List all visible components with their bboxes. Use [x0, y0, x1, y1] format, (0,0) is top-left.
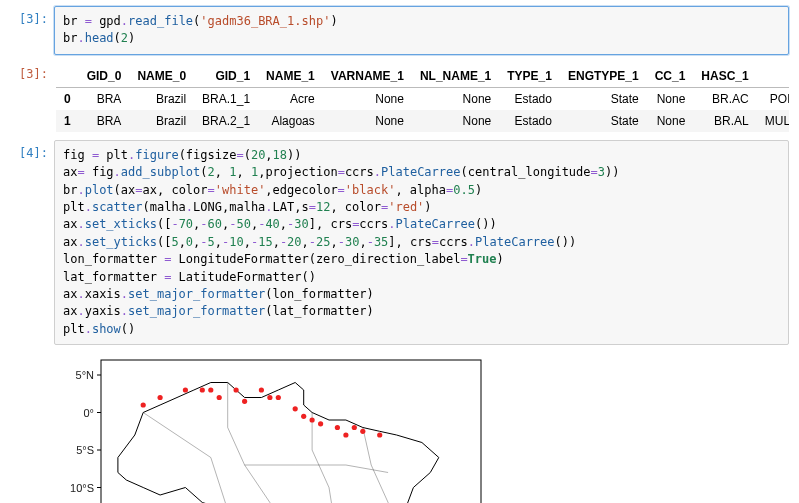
code-token: PlateCarree [381, 165, 460, 179]
table-cell: BRA [79, 87, 130, 110]
code-token: LatitudeFormatter() [171, 270, 316, 284]
code-token: 5 [171, 235, 178, 249]
table-cell: Alagoas [258, 110, 323, 132]
plot-output: 5°N0°5°S10°S15°S [54, 351, 789, 503]
code-input[interactable]: br = gpd.read_file('gadm36_BRA_1.shp') b… [54, 6, 789, 55]
code-token: . [468, 235, 475, 249]
brazil-outline [118, 383, 439, 503]
code-token: gpd [92, 14, 121, 28]
code-token: set_yticks [85, 235, 157, 249]
code-token: ax, color [143, 183, 208, 197]
code-token: 10 [229, 235, 243, 249]
code-token: , [215, 165, 229, 179]
scatter-point [352, 425, 357, 430]
code-token: head [85, 31, 114, 45]
code-token: = [77, 165, 84, 179]
code-token: . [77, 217, 84, 231]
code-token: 20 [251, 148, 265, 162]
table-header [56, 65, 79, 88]
table-cell: Estado [499, 87, 560, 110]
table-header: TYPE_1 [499, 65, 560, 88]
table-cell: 1 [56, 110, 79, 132]
code-token: ccrs [359, 217, 388, 231]
table-header: HASC_1 [693, 65, 756, 88]
code-token: 15 [258, 235, 272, 249]
code-token: () [121, 322, 135, 336]
code-token: , [236, 165, 250, 179]
code-token: (malha [143, 200, 186, 214]
code-token: ], crs [309, 217, 352, 231]
code-token: 25 [316, 235, 330, 249]
code-token: . [77, 235, 84, 249]
table-cell: None [412, 110, 499, 132]
code-token: 30 [294, 217, 308, 231]
code-token: ( [244, 148, 251, 162]
code-token: - [200, 235, 207, 249]
code-token: ax [63, 304, 77, 318]
code-token: LAT,s [273, 200, 309, 214]
code-token: ([ [157, 217, 171, 231]
scatter-point [234, 387, 239, 392]
scatter-point [301, 414, 306, 419]
code-token: ()) [475, 217, 497, 231]
table-header: VARNAME_1 [323, 65, 412, 88]
table-cell: BR.AL [693, 110, 756, 132]
scatter-point [208, 387, 213, 392]
output-prompt-blank [10, 351, 54, 357]
code-token: fig [63, 148, 92, 162]
code-token: (ax [114, 183, 136, 197]
scatter-point [377, 432, 382, 437]
code-token: - [200, 217, 207, 231]
table-cell: State [560, 110, 647, 132]
code-token: ) [424, 200, 431, 214]
code-token: . [77, 31, 84, 45]
code-token: ) [330, 14, 337, 28]
table-header: GID_0 [79, 65, 130, 88]
plot-output-cell: 5°N0°5°S10°S15°S [10, 351, 789, 503]
code-token: . [121, 14, 128, 28]
code-token: br [63, 31, 77, 45]
code-token: 'red' [388, 200, 424, 214]
table-cell: State [560, 87, 647, 110]
code-token: xaxis [85, 287, 121, 301]
code-token: = [432, 235, 439, 249]
code-token: , [359, 235, 366, 249]
code-token: = [208, 183, 215, 197]
code-token: (lat_formatter) [265, 304, 373, 318]
scatter-point [183, 387, 188, 392]
scatter-point [276, 395, 281, 400]
code-token: 2 [208, 165, 215, 179]
code-token: ( [200, 165, 207, 179]
scatter-point [335, 425, 340, 430]
scatter-point [267, 395, 272, 400]
code-token: lat_formatter [63, 270, 164, 284]
table-header: NAME_0 [129, 65, 194, 88]
scatter-point [217, 395, 222, 400]
table-header: geometry [757, 65, 789, 88]
table-cell: MULTIPOLYGON (((-35.88986 -9.84431, -35.… [757, 110, 789, 132]
code-token: 5 [208, 235, 215, 249]
code-token: PlateCarree [475, 235, 554, 249]
code-token: . [77, 304, 84, 318]
code-token: - [171, 217, 178, 231]
code-token: 'gadm36_BRA_1.shp' [200, 14, 330, 28]
table-cell: BR.AC [693, 87, 756, 110]
code-token: read_file [128, 14, 193, 28]
dataframe-output: GID_0NAME_0GID_1NAME_1VARNAME_1NL_NAME_1… [54, 61, 789, 134]
table-header: ENGTYPE_1 [560, 65, 647, 88]
table-header: NL_NAME_1 [412, 65, 499, 88]
code-token: , [302, 235, 309, 249]
input-prompt: [3]: [10, 6, 54, 26]
code-token: 30 [345, 235, 359, 249]
code-token: . [85, 322, 92, 336]
scatter-point [242, 399, 247, 404]
table-cell: Estado [499, 110, 560, 132]
code-token: , [330, 235, 337, 249]
code-input[interactable]: fig = plt.figure(figsize=(20,18)) ax= fi… [54, 140, 789, 345]
code-token: , alpha [395, 183, 446, 197]
table-cell: None [647, 87, 694, 110]
code-token: lon_formatter [63, 252, 164, 266]
table-cell: BRA.2_1 [194, 110, 258, 132]
code-token: ax [63, 235, 77, 249]
ytick-label: 5°S [76, 444, 94, 456]
